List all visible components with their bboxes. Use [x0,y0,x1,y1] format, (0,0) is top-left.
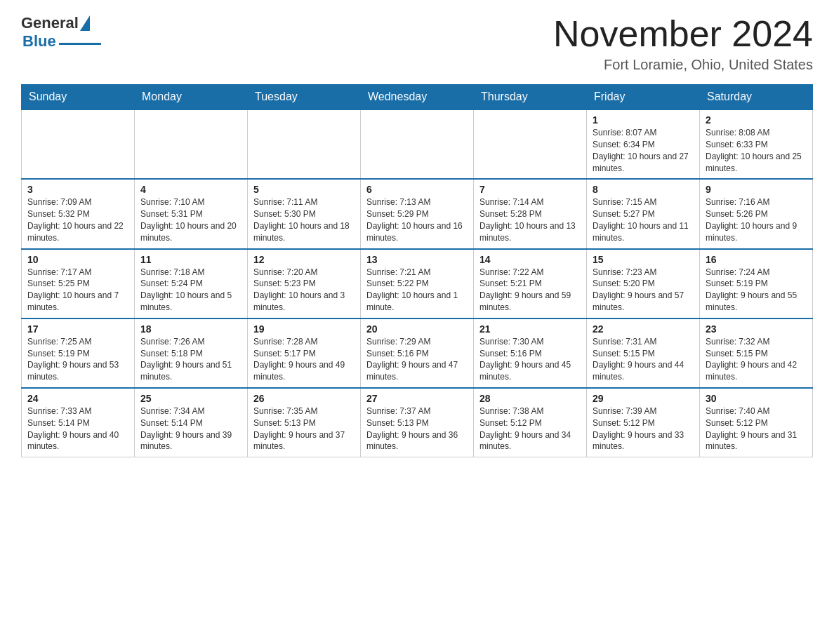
weekday-header-tuesday: Tuesday [248,85,361,110]
day-number: 25 [140,393,241,404]
day-info: Sunrise: 7:31 AM Sunset: 5:15 PM Dayligh… [593,336,694,383]
day-info: Sunrise: 7:34 AM Sunset: 5:14 PM Dayligh… [140,405,241,452]
calendar-cell: 11Sunrise: 7:18 AM Sunset: 5:24 PM Dayli… [135,249,248,318]
calendar-cell: 16Sunrise: 7:24 AM Sunset: 5:19 PM Dayli… [700,249,813,318]
day-number: 19 [253,323,355,335]
day-number: 23 [706,323,807,335]
day-number: 10 [27,254,128,265]
day-info: Sunrise: 8:07 AM Sunset: 6:34 PM Dayligh… [593,127,694,174]
day-number: 30 [706,393,807,404]
day-info: Sunrise: 7:17 AM Sunset: 5:25 PM Dayligh… [27,267,128,314]
day-info: Sunrise: 8:08 AM Sunset: 6:33 PM Dayligh… [706,127,807,174]
weekday-header-row: SundayMondayTuesdayWednesdayThursdayFrid… [22,85,813,110]
calendar-cell: 30Sunrise: 7:40 AM Sunset: 5:12 PM Dayli… [700,388,813,457]
day-info: Sunrise: 7:09 AM Sunset: 5:32 PM Dayligh… [27,196,128,243]
calendar-table: SundayMondayTuesdayWednesdayThursdayFrid… [21,84,813,457]
calendar-cell: 5Sunrise: 7:11 AM Sunset: 5:30 PM Daylig… [248,179,361,248]
calendar-cell: 28Sunrise: 7:38 AM Sunset: 5:12 PM Dayli… [474,388,587,457]
day-number: 22 [593,323,694,335]
day-info: Sunrise: 7:18 AM Sunset: 5:24 PM Dayligh… [140,267,241,314]
day-number: 24 [27,393,128,404]
day-info: Sunrise: 7:37 AM Sunset: 5:13 PM Dayligh… [366,405,468,452]
day-info: Sunrise: 7:26 AM Sunset: 5:18 PM Dayligh… [140,336,241,383]
day-number: 15 [593,254,694,265]
calendar-cell: 27Sunrise: 7:37 AM Sunset: 5:13 PM Dayli… [361,388,474,457]
day-number: 17 [27,323,128,335]
logo-blue-text: Blue [22,32,56,51]
day-number: 26 [253,393,355,404]
calendar-cell: 19Sunrise: 7:28 AM Sunset: 5:17 PM Dayli… [248,318,361,388]
calendar-cell: 23Sunrise: 7:32 AM Sunset: 5:15 PM Dayli… [700,318,813,388]
day-info: Sunrise: 7:21 AM Sunset: 5:22 PM Dayligh… [366,267,468,314]
day-info: Sunrise: 7:14 AM Sunset: 5:28 PM Dayligh… [479,196,581,243]
day-number: 8 [593,184,694,195]
day-number: 29 [593,393,694,404]
day-number: 7 [479,184,581,195]
weekday-header-thursday: Thursday [474,85,587,110]
day-number: 11 [140,254,241,265]
calendar-cell: 1Sunrise: 8:07 AM Sunset: 6:34 PM Daylig… [587,109,700,179]
calendar-cell [22,109,135,179]
day-number: 2 [706,114,807,126]
day-number: 16 [706,254,807,265]
calendar-week-row: 1Sunrise: 8:07 AM Sunset: 6:34 PM Daylig… [22,109,813,179]
calendar-cell: 12Sunrise: 7:20 AM Sunset: 5:23 PM Dayli… [248,249,361,318]
weekday-header-monday: Monday [135,85,248,110]
day-number: 4 [140,184,241,195]
calendar-cell: 15Sunrise: 7:23 AM Sunset: 5:20 PM Dayli… [587,249,700,318]
day-info: Sunrise: 7:16 AM Sunset: 5:26 PM Dayligh… [706,196,807,243]
calendar-cell: 21Sunrise: 7:30 AM Sunset: 5:16 PM Dayli… [474,318,587,388]
day-info: Sunrise: 7:15 AM Sunset: 5:27 PM Dayligh… [593,196,694,243]
calendar-cell: 7Sunrise: 7:14 AM Sunset: 5:28 PM Daylig… [474,179,587,248]
day-number: 1 [593,114,694,126]
day-info: Sunrise: 7:39 AM Sunset: 5:12 PM Dayligh… [593,405,694,452]
calendar-cell [135,109,248,179]
day-info: Sunrise: 7:29 AM Sunset: 5:16 PM Dayligh… [366,336,468,383]
calendar-cell: 29Sunrise: 7:39 AM Sunset: 5:12 PM Dayli… [587,388,700,457]
day-number: 27 [366,393,468,404]
day-info: Sunrise: 7:20 AM Sunset: 5:23 PM Dayligh… [253,267,355,314]
calendar-week-row: 3Sunrise: 7:09 AM Sunset: 5:32 PM Daylig… [22,179,813,248]
calendar-cell [361,109,474,179]
calendar-cell: 24Sunrise: 7:33 AM Sunset: 5:14 PM Dayli… [22,388,135,457]
calendar-cell: 3Sunrise: 7:09 AM Sunset: 5:32 PM Daylig… [22,179,135,248]
weekday-header-saturday: Saturday [700,85,813,110]
day-info: Sunrise: 7:38 AM Sunset: 5:12 PM Dayligh… [479,405,581,452]
day-number: 9 [706,184,807,195]
calendar-week-row: 17Sunrise: 7:25 AM Sunset: 5:19 PM Dayli… [22,318,813,388]
logo-triangle-icon [80,15,90,31]
calendar-cell: 14Sunrise: 7:22 AM Sunset: 5:21 PM Dayli… [474,249,587,318]
calendar-cell: 17Sunrise: 7:25 AM Sunset: 5:19 PM Dayli… [22,318,135,388]
day-info: Sunrise: 7:22 AM Sunset: 5:21 PM Dayligh… [479,267,581,314]
page-header: General Blue November 2024 Fort Loramie,… [21,14,813,73]
title-block: November 2024 Fort Loramie, Ohio, United… [553,14,813,73]
calendar-cell [474,109,587,179]
month-title: November 2024 [553,14,813,54]
day-info: Sunrise: 7:30 AM Sunset: 5:16 PM Dayligh… [479,336,581,383]
calendar-cell: 4Sunrise: 7:10 AM Sunset: 5:31 PM Daylig… [135,179,248,248]
day-number: 28 [479,393,581,404]
calendar-cell: 8Sunrise: 7:15 AM Sunset: 5:27 PM Daylig… [587,179,700,248]
day-info: Sunrise: 7:13 AM Sunset: 5:29 PM Dayligh… [366,196,468,243]
calendar-cell: 20Sunrise: 7:29 AM Sunset: 5:16 PM Dayli… [361,318,474,388]
location-text: Fort Loramie, Ohio, United States [553,57,813,73]
day-info: Sunrise: 7:32 AM Sunset: 5:15 PM Dayligh… [706,336,807,383]
calendar-week-row: 24Sunrise: 7:33 AM Sunset: 5:14 PM Dayli… [22,388,813,457]
day-info: Sunrise: 7:11 AM Sunset: 5:30 PM Dayligh… [253,196,355,243]
calendar-cell: 6Sunrise: 7:13 AM Sunset: 5:29 PM Daylig… [361,179,474,248]
calendar-cell: 10Sunrise: 7:17 AM Sunset: 5:25 PM Dayli… [22,249,135,318]
calendar-cell: 13Sunrise: 7:21 AM Sunset: 5:22 PM Dayli… [361,249,474,318]
day-info: Sunrise: 7:35 AM Sunset: 5:13 PM Dayligh… [253,405,355,452]
logo: General Blue [21,14,101,51]
calendar-cell: 26Sunrise: 7:35 AM Sunset: 5:13 PM Dayli… [248,388,361,457]
weekday-header-friday: Friday [587,85,700,110]
logo-underline [59,43,101,45]
day-number: 12 [253,254,355,265]
day-info: Sunrise: 7:25 AM Sunset: 5:19 PM Dayligh… [27,336,128,383]
calendar-cell: 25Sunrise: 7:34 AM Sunset: 5:14 PM Dayli… [135,388,248,457]
weekday-header-wednesday: Wednesday [361,85,474,110]
day-info: Sunrise: 7:23 AM Sunset: 5:20 PM Dayligh… [593,267,694,314]
calendar-cell: 18Sunrise: 7:26 AM Sunset: 5:18 PM Dayli… [135,318,248,388]
day-number: 5 [253,184,355,195]
day-number: 3 [27,184,128,195]
